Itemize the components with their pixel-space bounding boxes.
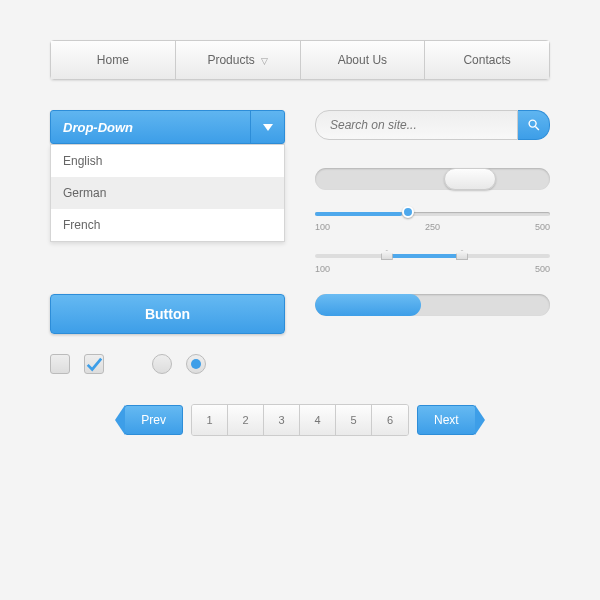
search-button[interactable]: [518, 110, 550, 140]
svg-marker-0: [263, 124, 273, 131]
dropdown-arrow-icon: [250, 111, 284, 143]
slider-min: 100: [315, 222, 330, 232]
dropdown-option-german[interactable]: German: [51, 177, 284, 209]
range-slider[interactable]: 100500: [315, 254, 550, 274]
range-knob-to[interactable]: [456, 250, 468, 260]
nav-about[interactable]: About Us: [301, 41, 426, 79]
main-button[interactable]: Button: [50, 294, 285, 334]
nav-contacts[interactable]: Contacts: [425, 41, 549, 79]
main-nav: Home Products▽ About Us Contacts: [50, 40, 550, 80]
toggle-knob[interactable]: [444, 168, 496, 190]
slider-mid: 250: [425, 222, 440, 232]
progress-bar: [315, 294, 550, 316]
chevron-down-icon: ▽: [261, 56, 268, 66]
nav-home[interactable]: Home: [51, 41, 176, 79]
search: [315, 110, 550, 140]
slider-fill: [315, 212, 402, 216]
pagination: Prev 1 2 3 4 5 6 Next: [50, 404, 550, 436]
svg-point-1: [529, 120, 536, 127]
dropdown-option-english[interactable]: English: [51, 145, 284, 177]
checkbox-unchecked[interactable]: [50, 354, 70, 374]
range-max: 500: [535, 264, 550, 274]
search-icon: [527, 118, 541, 132]
nav-products-label: Products: [207, 53, 254, 67]
dropdown-label: Drop-Down: [51, 111, 250, 143]
svg-line-2: [535, 126, 539, 129]
pager-page-2[interactable]: 2: [228, 405, 264, 435]
pager-page-3[interactable]: 3: [264, 405, 300, 435]
radio-unchecked[interactable]: [152, 354, 172, 374]
slider-max: 500: [535, 222, 550, 232]
check-icon: [85, 355, 103, 373]
pager-page-1[interactable]: 1: [192, 405, 228, 435]
range-knob-from[interactable]: [381, 250, 393, 260]
range-min: 100: [315, 264, 330, 274]
slider[interactable]: 100250500: [315, 212, 550, 232]
pager-prev-button[interactable]: Prev: [124, 405, 183, 435]
search-input[interactable]: [315, 110, 518, 140]
pager-pages: 1 2 3 4 5 6: [191, 404, 409, 436]
dropdown-option-french[interactable]: French: [51, 209, 284, 241]
dropdown-menu: English German French: [50, 144, 285, 242]
pager-next-button[interactable]: Next: [417, 405, 476, 435]
nav-products[interactable]: Products▽: [176, 41, 301, 79]
pager-page-4[interactable]: 4: [300, 405, 336, 435]
checkbox-group: [50, 354, 206, 374]
pager-page-5[interactable]: 5: [336, 405, 372, 435]
dropdown-button[interactable]: Drop-Down: [50, 110, 285, 144]
range-fill: [386, 254, 461, 258]
slider-labels: 100250500: [315, 222, 550, 232]
range-labels: 100500: [315, 264, 550, 274]
radio-checked[interactable]: [186, 354, 206, 374]
dropdown: Drop-Down English German French: [50, 110, 285, 242]
toggle-switch[interactable]: [315, 168, 550, 190]
slider-knob[interactable]: [402, 206, 414, 218]
checkbox-checked[interactable]: [84, 354, 104, 374]
pager-page-6[interactable]: 6: [372, 405, 408, 435]
progress-fill: [315, 294, 421, 316]
